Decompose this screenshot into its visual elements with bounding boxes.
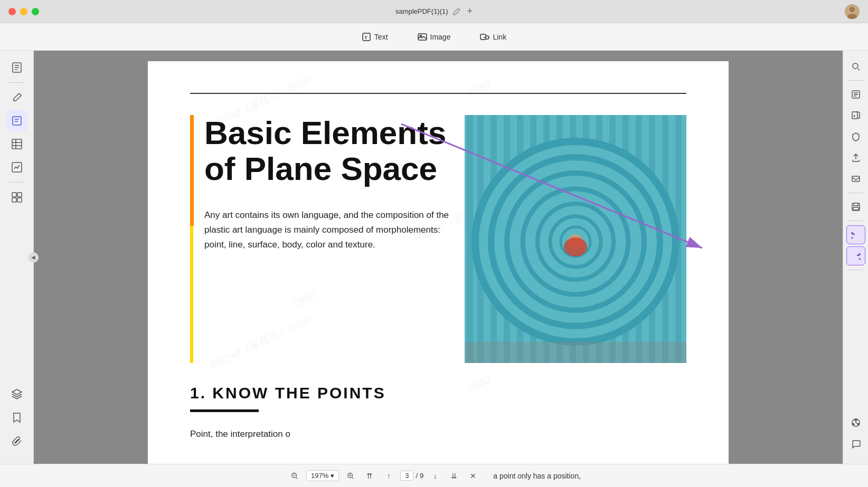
app-icon-button[interactable] — [846, 413, 865, 432]
sidebar-reader-icon[interactable] — [6, 57, 27, 78]
svg-point-53 — [857, 424, 859, 425]
right-sidebar-bottom — [846, 413, 865, 457]
section-heading: 1. KNOW THE POINTS — [190, 384, 686, 402]
title-bar-center: samplePDF(1)(1) + — [395, 6, 473, 17]
secure-icon-button[interactable] — [846, 127, 865, 146]
svg-rect-9 — [12, 139, 22, 149]
bottom-bar: 197% ▾ ⇈ ↑ 3 / 9 ↓ ⇊ ✕ a point only has … — [0, 464, 868, 487]
pdf-content[interactable]: Rachel（家樣田）0980 0980 Rachel（家樣田）0980 098… — [34, 51, 843, 464]
prev-page-button[interactable]: ↑ — [381, 469, 396, 483]
svg-text:T: T — [364, 35, 367, 40]
section-heading-container: 1. KNOW THE POINTS Point, the interpreta… — [190, 384, 686, 441]
right-sidebar — [843, 51, 868, 464]
page-display: 3 / 9 — [400, 471, 423, 481]
svg-rect-13 — [12, 198, 16, 202]
convert-icon-button[interactable] — [846, 106, 865, 125]
text-label: Text — [374, 33, 388, 41]
svg-rect-6 — [480, 34, 486, 40]
sidebar-divider-1 — [8, 82, 25, 83]
image-tool[interactable]: Image — [411, 29, 457, 45]
pdf-body-text: Any art contains its own language, and t… — [204, 208, 454, 252]
link-icon — [480, 32, 489, 42]
title-column: Basic Elements of Plane Space Any art co… — [204, 115, 454, 253]
svg-rect-47 — [852, 112, 857, 119]
svg-point-54 — [852, 424, 854, 425]
sidebar-chart-icon[interactable] — [6, 157, 27, 178]
sidebar-table-icon[interactable] — [6, 133, 27, 155]
save-icon-button[interactable] — [846, 197, 865, 216]
sidebar-pen-icon[interactable] — [6, 87, 27, 108]
pdf-top-border — [190, 93, 686, 94]
zoom-chevron: ▾ — [331, 472, 334, 480]
svg-rect-8 — [13, 117, 21, 125]
sidebar-layers-icon[interactable] — [6, 384, 27, 405]
email-icon-button[interactable] — [846, 169, 865, 188]
sidebar-bookmark-icon[interactable] — [6, 407, 27, 428]
watermark-2: 0980 — [466, 78, 492, 99]
left-sidebar: ◀ — [0, 51, 34, 464]
text-icon: T — [362, 32, 371, 42]
ocr-icon-button[interactable] — [846, 85, 865, 104]
sidebar-component-icon[interactable] — [6, 187, 27, 208]
total-pages: 9 — [420, 472, 423, 480]
minimize-button[interactable] — [20, 8, 27, 15]
avatar — [845, 4, 860, 19]
zoom-in-button[interactable] — [343, 469, 358, 483]
text-tool[interactable]: T Text — [355, 29, 394, 45]
section-divider — [190, 409, 259, 412]
sidebar-divider-2 — [8, 182, 25, 183]
search-icon-button[interactable] — [846, 57, 865, 76]
pdf-page: Rachel（家樣田）0980 0980 Rachel（家樣田）0980 098… — [148, 61, 729, 464]
title-bar: samplePDF(1)(1) + — [0, 0, 868, 23]
svg-point-41 — [564, 237, 587, 256]
maximize-button[interactable] — [32, 8, 39, 15]
svg-rect-11 — [12, 193, 16, 197]
svg-rect-14 — [17, 198, 22, 202]
redo-icon-button[interactable] — [846, 246, 865, 265]
first-page-button[interactable]: ⇈ — [362, 469, 377, 483]
close-button[interactable] — [8, 8, 16, 15]
svg-rect-48 — [852, 176, 860, 182]
share-icon-button[interactable] — [846, 148, 865, 167]
edit-title-icon[interactable] — [452, 7, 461, 16]
add-tab-button[interactable]: + — [467, 6, 473, 17]
last-page-button[interactable]: ⇊ — [447, 469, 461, 483]
link-tool[interactable]: Link — [474, 29, 513, 45]
right-divider-2 — [848, 193, 863, 193]
window-controls — [8, 8, 39, 15]
orange-accent-bar — [190, 115, 194, 226]
current-page[interactable]: 3 — [400, 471, 413, 481]
svg-point-0 — [850, 7, 855, 12]
zoom-level: 197% — [311, 472, 328, 480]
svg-point-45 — [853, 63, 858, 69]
sidebar-edit-icon[interactable] — [6, 110, 27, 131]
svg-rect-42 — [465, 342, 686, 363]
zoom-display[interactable]: 197% ▾ — [306, 470, 339, 481]
svg-rect-12 — [17, 193, 22, 197]
right-divider-3 — [848, 221, 863, 221]
image-label: Image — [430, 33, 451, 41]
art-image-svg — [465, 115, 686, 363]
right-divider-1 — [848, 80, 863, 81]
svg-rect-50 — [853, 207, 858, 210]
chat-icon-button[interactable] — [846, 434, 865, 453]
file-name: samplePDF(1)(1) — [395, 7, 448, 15]
close-viewer-button[interactable]: ✕ — [466, 469, 480, 483]
toolbar: T Text Image Link — [0, 23, 868, 51]
undo-icon-button[interactable] — [846, 225, 865, 244]
main-layout: ◀ Rachel（家樣田）0980 0980 Rachel（家樣田）0980 0… — [0, 51, 868, 464]
section-text: Point, the interpretation o — [190, 427, 686, 441]
collapse-sidebar-button[interactable]: ◀ — [28, 252, 39, 263]
image-icon — [418, 32, 427, 42]
link-label: Link — [493, 33, 506, 41]
page-separator: / — [416, 472, 418, 480]
zoom-out-button[interactable] — [287, 469, 302, 483]
pdf-image — [465, 115, 686, 363]
sidebar-attachment-icon[interactable] — [6, 430, 27, 451]
pdf-title: Basic Elements of Plane Space — [204, 115, 454, 187]
partial-text: a point only has a position, — [493, 472, 581, 480]
svg-point-1 — [847, 14, 857, 19]
sidebar-bottom — [6, 384, 27, 457]
right-divider-4 — [848, 270, 863, 270]
next-page-button[interactable]: ↓ — [428, 469, 442, 483]
